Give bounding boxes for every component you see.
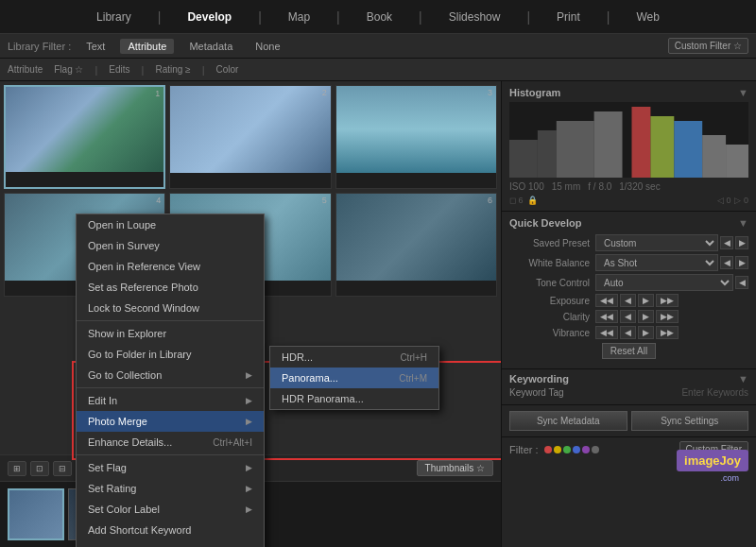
- filter-tab-text[interactable]: Text: [78, 39, 112, 54]
- attr-label: Attribute: [8, 64, 43, 75]
- svg-rect-5: [650, 116, 674, 178]
- cm-set-rating[interactable]: Set Rating ▶: [77, 478, 264, 499]
- cm-open-loupe[interactable]: Open in Loupe: [77, 214, 264, 235]
- dot-red[interactable]: [544, 446, 552, 453]
- filter-tab-attribute[interactable]: Attribute: [120, 39, 174, 54]
- cm-edit-in[interactable]: Edit In ▶: [77, 390, 264, 411]
- keywording-header: Keywording ▼: [509, 373, 748, 385]
- saved-preset-prev[interactable]: ◀: [720, 236, 733, 249]
- cm-photo-merge[interactable]: Photo Merge ▶: [77, 411, 264, 432]
- thumb-num-2: 2: [322, 88, 327, 97]
- filmstrip-thumb-1[interactable]: [8, 488, 64, 540]
- cm-sep-1: [77, 320, 264, 321]
- thumbnail-1[interactable]: 1: [4, 85, 165, 189]
- tone-control-select[interactable]: Auto: [595, 274, 733, 291]
- wb-next[interactable]: ▶: [735, 256, 748, 269]
- cm-go-collection[interactable]: Go to Collection ▶: [77, 365, 264, 385]
- thumbnails-dropdown[interactable]: Thumbnails ☆: [417, 460, 493, 476]
- shutter-info: 1/320 sec: [619, 181, 660, 192]
- white-balance-select[interactable]: As Shot: [595, 254, 718, 271]
- cm-add-collection[interactable]: Add to Quick Collection: [77, 540, 264, 547]
- thumbnail-6[interactable]: 6: [335, 193, 497, 297]
- watermark-sub: .com: [720, 473, 739, 483]
- thumb-img-2: [170, 86, 330, 173]
- dot-green[interactable]: [563, 446, 571, 453]
- vibrance-inc[interactable]: ▶: [638, 326, 654, 339]
- dot-purple[interactable]: [582, 446, 590, 453]
- exposure-label: Exposure: [509, 296, 590, 306]
- menu-library[interactable]: Library: [89, 7, 139, 27]
- reset-all-button[interactable]: Reset All: [602, 343, 656, 359]
- cm-open-survey[interactable]: Open in Survey: [77, 235, 264, 256]
- white-balance-row: White Balance As Shot ◀ ▶: [509, 254, 748, 271]
- vibrance-row: Vibrance ◀◀ ◀ ▶ ▶▶: [509, 326, 748, 339]
- dot-grey[interactable]: [592, 446, 599, 453]
- survey-view-btn[interactable]: ⊟: [53, 461, 72, 476]
- saved-preset-select[interactable]: Custom: [595, 234, 718, 251]
- vibrance-dec-big[interactable]: ◀◀: [595, 326, 618, 339]
- iso-info: ISO 100: [509, 181, 544, 192]
- sm-panorama[interactable]: Panorama... Ctrl+M: [270, 368, 438, 388]
- clarity-dec[interactable]: ◀: [620, 310, 636, 323]
- grid-view-btn[interactable]: ⊞: [8, 461, 26, 476]
- cm-lock-window[interactable]: Lock to Second Window: [77, 298, 264, 318]
- thumb-num-4: 4: [156, 196, 161, 205]
- svg-rect-1: [538, 130, 557, 178]
- watermark-text: image: [684, 453, 720, 468]
- menu-web[interactable]: Web: [628, 7, 666, 27]
- thumbnail-3[interactable]: 3: [335, 85, 497, 189]
- svg-rect-6: [674, 121, 702, 178]
- cm-add-keyword[interactable]: Add Shortcut Keyword: [77, 520, 264, 540]
- histogram-title: Histogram: [509, 87, 560, 98]
- exposure-inc[interactable]: ▶: [638, 294, 654, 307]
- cm-set-color[interactable]: Set Color Label ▶: [77, 499, 264, 520]
- flag-filter[interactable]: Flag ☆: [54, 64, 83, 75]
- rating-filter[interactable]: Rating ≥: [155, 64, 190, 75]
- dot-yellow[interactable]: [554, 446, 561, 453]
- color-filter[interactable]: Color: [215, 64, 238, 75]
- cm-enhance-details[interactable]: Enhance Details... Ctrl+Alt+I: [77, 432, 264, 453]
- clarity-inc-big[interactable]: ▶▶: [656, 310, 679, 323]
- saved-preset-next[interactable]: ▶: [735, 236, 748, 249]
- edits-filter[interactable]: Edits: [109, 64, 129, 75]
- quick-develop-title: Quick Develop: [509, 217, 581, 229]
- cm-show-explorer[interactable]: Show in Explorer: [77, 323, 264, 344]
- saved-preset-control: Custom ◀ ▶: [595, 234, 748, 251]
- cm-open-reference[interactable]: Open in Reference View: [77, 256, 264, 277]
- dot-blue[interactable]: [573, 446, 580, 453]
- loupe-view-btn[interactable]: ⊡: [30, 461, 49, 476]
- photomerge-submenu: HDR... Ctrl+H Panorama... Ctrl+M HDR Pan…: [269, 346, 439, 410]
- cm-set-reference[interactable]: Set as Reference Photo: [77, 277, 264, 298]
- filter-tab-metadata[interactable]: Metadata: [181, 39, 240, 54]
- menu-map[interactable]: Map: [281, 7, 318, 27]
- cm-sep-2: [77, 387, 264, 388]
- exposure-inc-big[interactable]: ▶▶: [656, 294, 679, 307]
- vibrance-inc-big[interactable]: ▶▶: [656, 326, 679, 339]
- clarity-buttons: ◀◀ ◀ ▶ ▶▶: [595, 310, 679, 323]
- cm-set-flag[interactable]: Set Flag ▶: [77, 457, 264, 478]
- menu-develop[interactable]: Develop: [180, 7, 239, 27]
- svg-rect-4: [631, 107, 650, 178]
- svg-rect-7: [702, 135, 726, 178]
- clarity-inc[interactable]: ▶: [638, 310, 654, 323]
- wb-prev[interactable]: ◀: [720, 256, 733, 269]
- cm-go-folder[interactable]: Go to Folder in Library: [77, 344, 264, 365]
- menu-book[interactable]: Book: [359, 7, 400, 27]
- custom-filter-dropdown[interactable]: Custom Filter ☆: [668, 38, 748, 54]
- tone-prev[interactable]: ◀: [735, 276, 748, 289]
- clarity-dec-big[interactable]: ◀◀: [595, 310, 618, 323]
- sm-hdr[interactable]: HDR... Ctrl+H: [270, 347, 438, 368]
- saved-preset-label: Saved Preset: [509, 238, 590, 248]
- aperture-info: f / 8.0: [588, 181, 611, 192]
- sync-settings-button[interactable]: Sync Settings: [631, 411, 749, 431]
- filter-tab-none[interactable]: None: [248, 39, 287, 54]
- exposure-dec[interactable]: ◀: [620, 294, 636, 307]
- white-balance-label: White Balance: [509, 258, 590, 268]
- menu-slideshow[interactable]: Slideshow: [441, 7, 508, 27]
- exposure-dec-big[interactable]: ◀◀: [595, 294, 618, 307]
- thumbnail-2[interactable]: 2: [169, 85, 331, 189]
- vibrance-dec[interactable]: ◀: [620, 326, 636, 339]
- sync-metadata-button[interactable]: Sync Metadata: [509, 411, 627, 431]
- menu-print[interactable]: Print: [549, 7, 588, 27]
- sm-hdr-panorama[interactable]: HDR Panorama...: [270, 388, 438, 409]
